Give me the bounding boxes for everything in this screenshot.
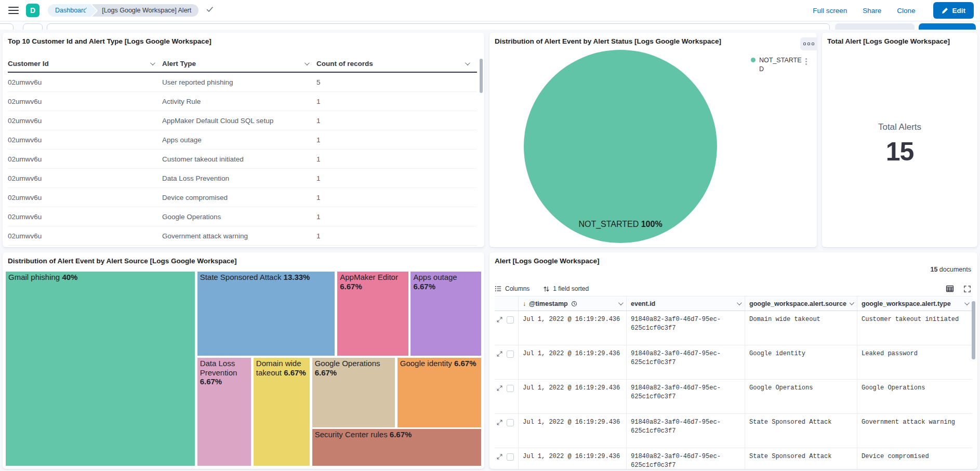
breadcrumb-dashboard[interactable]: Dashboard	[48, 4, 92, 17]
lens-table-body: 02umwv6uUser reported phishing502umwv6uA…	[8, 73, 477, 246]
table-cell: 02umwv6u	[8, 226, 162, 245]
share-link[interactable]: Share	[863, 7, 881, 15]
columns-icon	[495, 285, 502, 292]
treemap: Gmail phishing 40% State Sponsored Attac…	[5, 271, 482, 466]
treemap-tile[interactable]: Security Center rules 6.67%	[312, 428, 482, 466]
grid-view-icon[interactable]	[946, 285, 954, 293]
table-cell: Google Operations	[745, 380, 857, 413]
treemap-tile[interactable]: Google identity 6.67%	[397, 357, 482, 428]
filter-button[interactable]	[23, 23, 43, 30]
vertical-dots-icon[interactable]	[805, 58, 807, 60]
treemap-tile-label: Domain wide takeout 6.67%	[254, 358, 310, 378]
columns-button[interactable]: Columns	[495, 285, 529, 292]
table-cell: 91840a82-3af0-46d7-95ec-625c1cf0c3f7	[627, 311, 745, 345]
grid-column-header[interactable]: google_workspace.alert.source	[745, 297, 857, 311]
chevron-down-icon[interactable]	[150, 60, 155, 65]
row-checkbox[interactable]	[507, 316, 514, 324]
table-cell: 02umwv6u	[8, 130, 162, 149]
treemap-tile[interactable]: AppMaker Editor 6.67%	[337, 271, 408, 356]
lens-column-header[interactable]: Count of records	[316, 55, 477, 72]
scrollbar[interactable]	[480, 59, 483, 93]
row-checkbox[interactable]	[507, 419, 514, 426]
table-cell: 02umwv6u	[8, 92, 162, 111]
row-checkbox[interactable]	[507, 385, 514, 392]
space-avatar[interactable]: D	[26, 4, 39, 17]
table-cell: AppMaker Default Cloud SQL setup	[162, 111, 316, 130]
lens-column-header[interactable]: Customer Id	[8, 55, 162, 72]
table-cell: 02umwv6u	[8, 111, 162, 130]
fullscreen-icon[interactable]	[963, 285, 971, 293]
grid-column-header[interactable]: ↓ @timestamp	[519, 297, 627, 311]
row-checkbox[interactable]	[507, 351, 514, 358]
treemap-tile[interactable]: Apps outage 6.67%	[410, 271, 482, 356]
table-cell: 1	[316, 92, 477, 111]
expand-row-icon[interactable]	[496, 385, 503, 392]
grid-column-header[interactable]: google_workspace.alert.type	[857, 297, 972, 311]
lens-column-header[interactable]: Alert Type	[162, 55, 316, 72]
table-cell: Government attack warning	[857, 414, 972, 448]
table-row: 02umwv6uAppMaker Default Cloud SQL setup…	[8, 111, 477, 130]
expand-row-icon[interactable]	[496, 453, 503, 460]
row-controls	[495, 311, 519, 345]
table-cell: 91840a82-3af0-46d7-95ec-625c1cf0c3f7	[627, 380, 745, 413]
query-bar-clipped	[0, 22, 980, 30]
table-cell: Data Loss Prevention	[162, 169, 316, 187]
grid-control-column-header	[495, 297, 519, 311]
pencil-icon	[942, 7, 948, 14]
menu-icon[interactable]	[8, 7, 19, 14]
update-button[interactable]	[919, 23, 976, 30]
treemap-tile[interactable]: State Sponsored Attack 13.33%	[197, 271, 336, 356]
date-picker[interactable]	[835, 23, 915, 30]
sort-desc-icon: ↓	[523, 300, 526, 307]
chevron-down-icon[interactable]	[850, 300, 854, 305]
table-row: 02umwv6uApps outage1	[8, 130, 477, 150]
treemap-tile[interactable]: Domain wide takeout 6.67%	[253, 357, 310, 466]
treemap-tile-label: Apps outage 6.67%	[410, 272, 481, 292]
panel-alert-documents: Alert [Logs Google Workspace] 15 documen…	[489, 252, 977, 469]
full-screen-link[interactable]: Full screen	[813, 7, 847, 15]
table-cell: Google identity	[745, 345, 857, 379]
treemap-tile-label: Google Operations 6.67%	[312, 358, 395, 378]
scrollbar[interactable]	[972, 301, 975, 359]
table-cell: 1	[316, 207, 477, 226]
table-cell: 1	[316, 130, 477, 149]
table-cell: State Sponsored Attack	[745, 414, 857, 448]
chevron-down-icon[interactable]	[465, 60, 470, 65]
row-checkbox[interactable]	[507, 453, 514, 461]
grid-column-header[interactable]: event.id	[627, 297, 745, 311]
table-cell: 91840a82-3af0-46d7-95ec-625c1cf0c3f7	[627, 414, 745, 448]
table-cell: Government attack warning	[162, 226, 316, 245]
query-menu-button[interactable]	[0, 23, 14, 30]
table-row: Jul 1, 2022 @ 16:19:29.43691840a82-3af0-…	[495, 380, 972, 414]
row-controls	[495, 448, 519, 469]
breadcrumb-current[interactable]: [Logs Google Workspace] Alert	[92, 4, 198, 17]
expand-row-icon[interactable]	[496, 351, 503, 357]
expand-row-icon[interactable]	[496, 316, 503, 323]
legend: NOT_STARTED	[751, 56, 807, 74]
treemap-tile[interactable]: Google Operations 6.67%	[312, 357, 395, 428]
treemap-tile[interactable]: Data Loss Prevention 6.67%	[197, 357, 251, 466]
chevron-down-icon[interactable]	[618, 300, 624, 305]
expand-row-icon[interactable]	[496, 419, 503, 426]
treemap-tile-label: State Sponsored Attack 13.33%	[197, 272, 335, 283]
treemap-tile-label: Security Center rules 6.67%	[312, 429, 481, 440]
row-controls	[495, 380, 519, 413]
edit-button[interactable]: Edit	[933, 2, 974, 19]
pie-slice-not-started[interactable]	[524, 50, 717, 243]
table-row: 02umwv6uCustomer takeout initiated1	[8, 150, 477, 169]
treemap-tile[interactable]: Gmail phishing 40%	[5, 271, 195, 466]
table-row: Jul 1, 2022 @ 16:19:29.43691840a82-3af0-…	[495, 448, 972, 469]
check-icon[interactable]	[206, 5, 214, 16]
legend-item[interactable]: NOT_STARTED	[759, 56, 802, 74]
chevron-down-icon[interactable]	[964, 300, 970, 305]
alert-grid-body: Jul 1, 2022 @ 16:19:29.43691840a82-3af0-…	[495, 311, 972, 469]
table-cell: User reported phishing	[162, 73, 316, 91]
panel-title: Total Alert [Logs Google Workspace]	[827, 37, 957, 45]
panel-title: Alert [Logs Google Workspace]	[495, 257, 957, 265]
field-sorted-button[interactable]: 1 field sorted	[543, 285, 589, 292]
panel-options-icon[interactable]	[800, 37, 817, 50]
chevron-down-icon[interactable]	[737, 300, 742, 305]
chevron-down-icon[interactable]	[304, 60, 310, 65]
clone-link[interactable]: Clone	[897, 7, 915, 15]
search-input[interactable]	[47, 23, 830, 30]
